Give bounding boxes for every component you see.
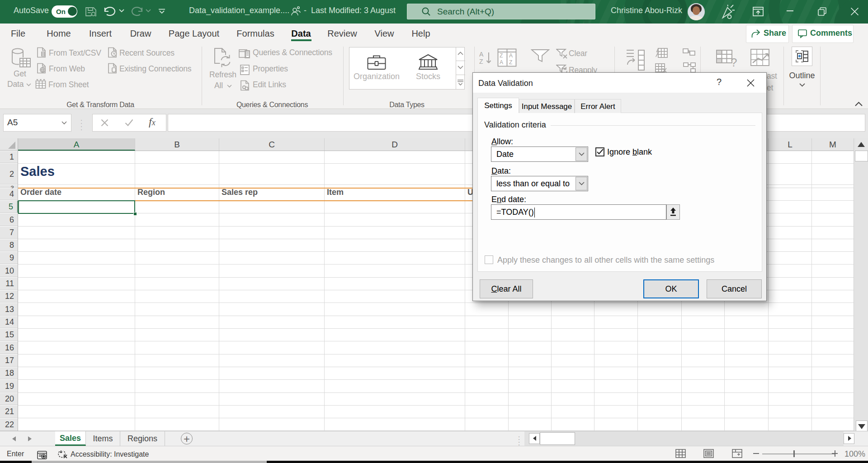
svg-text:A: A bbox=[509, 52, 513, 59]
svg-text:Z: Z bbox=[479, 58, 483, 65]
svg-text:A: A bbox=[500, 59, 503, 66]
svg-text:Z: Z bbox=[509, 59, 512, 66]
svg-text:?: ? bbox=[731, 56, 737, 67]
svg-text:A: A bbox=[479, 51, 484, 58]
svg-text:Z: Z bbox=[500, 52, 503, 59]
